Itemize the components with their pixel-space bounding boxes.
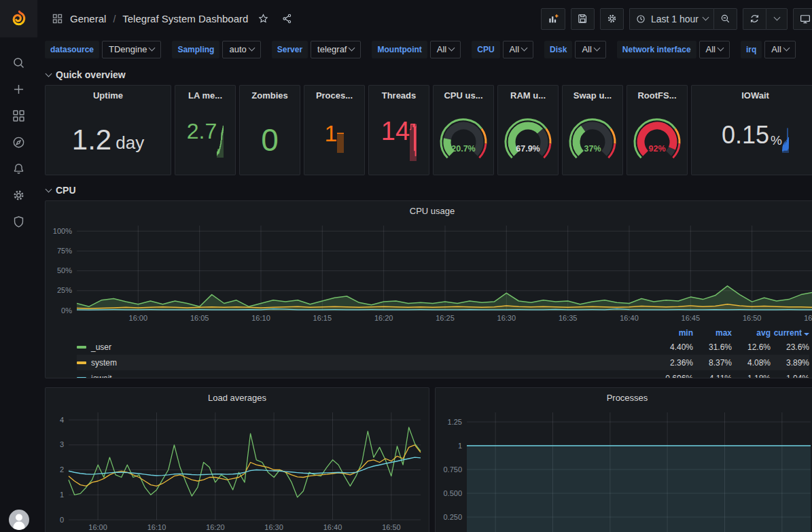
cycle-view-button[interactable] bbox=[793, 8, 812, 30]
breadcrumb: General / Telegraf System Dashboard bbox=[51, 10, 296, 27]
row-cpu[interactable]: CPU bbox=[46, 181, 812, 199]
breadcrumb-section[interactable]: General bbox=[70, 13, 106, 24]
variable-value-sampling[interactable]: auto bbox=[222, 41, 260, 58]
panel-title[interactable]: Uptime bbox=[46, 86, 171, 105]
svg-text:16:50: 16:50 bbox=[743, 314, 762, 322]
legend-sort-min[interactable]: min bbox=[654, 328, 693, 338]
dashboard-settings-button[interactable] bbox=[600, 8, 624, 30]
grafana-app: General / Telegraf System Dashboard bbox=[0, 0, 812, 532]
panel-title[interactable]: LA me... bbox=[175, 86, 235, 105]
variable-value-server[interactable]: telegraf bbox=[311, 41, 361, 58]
panel-swap-gauge: Swap u... 37% bbox=[562, 85, 623, 175]
variable-label-network-interface[interactable]: Network interface bbox=[617, 41, 696, 58]
variable-label-disk[interactable]: Disk bbox=[544, 41, 572, 58]
dashboards-icon[interactable] bbox=[12, 108, 27, 123]
panel-title[interactable]: RootFS... bbox=[627, 86, 687, 105]
panel-title[interactable]: Proces... bbox=[304, 86, 364, 105]
settings-icon[interactable] bbox=[12, 188, 27, 202]
svg-text:16:40: 16:40 bbox=[620, 314, 639, 322]
row-title: CPU bbox=[56, 185, 76, 196]
panel-title[interactable]: Swap u... bbox=[563, 86, 622, 105]
row-quick-overview[interactable]: Quick overview bbox=[46, 66, 812, 84]
add-panel-button[interactable] bbox=[541, 8, 565, 30]
variable-value-datasource[interactable]: TDengine bbox=[102, 41, 161, 58]
legend-series-toggle[interactable]: _user bbox=[77, 342, 654, 352]
variable-value-disk[interactable]: All bbox=[575, 41, 605, 58]
share-button[interactable] bbox=[279, 10, 296, 27]
variable-label-mountpoint[interactable]: Mountpoint bbox=[372, 41, 427, 58]
panel-cpu-gauge: CPU us... 20.7% bbox=[433, 85, 494, 175]
svg-text:92%: 92% bbox=[648, 143, 665, 153]
refresh-button[interactable] bbox=[743, 8, 766, 30]
explore-icon[interactable] bbox=[12, 135, 27, 149]
plus-icon[interactable] bbox=[12, 82, 27, 96]
legend-value: 4.11% bbox=[693, 374, 732, 378]
svg-text:100%: 100% bbox=[53, 227, 72, 235]
legend-series-toggle[interactable]: system bbox=[77, 358, 654, 368]
variable-value-network-interface[interactable]: All bbox=[699, 41, 730, 58]
variable-disk: DiskAll bbox=[544, 41, 606, 58]
svg-text:0%: 0% bbox=[61, 306, 72, 315]
alerting-icon[interactable] bbox=[12, 161, 27, 176]
legend-header-row: minmaxavgcurrent bbox=[77, 327, 809, 339]
legend-sort-avg[interactable]: avg bbox=[732, 328, 771, 338]
sidebar bbox=[0, 0, 37, 532]
variable-label-irq[interactable]: irq bbox=[741, 41, 762, 58]
svg-text:16:15: 16:15 bbox=[313, 314, 332, 322]
svg-text:20.7%: 20.7% bbox=[451, 143, 475, 153]
panel-iowait: IOWait 0.15 % bbox=[691, 85, 812, 175]
stat-value: 1 bbox=[325, 122, 338, 145]
variable-label-datasource[interactable]: datasource bbox=[45, 41, 99, 58]
legend-sort-max[interactable]: max bbox=[693, 328, 732, 338]
tv-icon bbox=[799, 13, 811, 25]
grafana-logo[interactable] bbox=[0, 0, 37, 37]
panel-rootfs-gauge: RootFS... 92% bbox=[626, 85, 688, 175]
user-avatar[interactable] bbox=[9, 510, 29, 530]
svg-text:16:35: 16:35 bbox=[559, 314, 578, 322]
svg-text:16:20: 16:20 bbox=[206, 523, 225, 531]
cpu-usage-chart[interactable]: 0%25%50%75%100%16:0016:0516:1016:1516:20… bbox=[46, 220, 812, 325]
search-icon[interactable] bbox=[12, 55, 27, 70]
star-button[interactable] bbox=[255, 10, 272, 27]
variable-label-sampling[interactable]: Sampling bbox=[172, 41, 219, 58]
save-dashboard-button[interactable] bbox=[571, 8, 595, 30]
legend-row-system: system2.36%8.37%4.08%3.89% bbox=[77, 355, 809, 370]
variable-value-mountpoint[interactable]: All bbox=[430, 41, 461, 58]
svg-text:0: 0 bbox=[60, 516, 64, 524]
variable-label-cpu[interactable]: CPU bbox=[472, 41, 499, 58]
zoom-out-button[interactable] bbox=[713, 8, 737, 30]
panel-add-icon bbox=[547, 13, 559, 25]
svg-text:67.9%: 67.9% bbox=[516, 143, 540, 153]
panel-title[interactable]: Load averages bbox=[46, 388, 429, 407]
panel-title[interactable]: IOWait bbox=[692, 86, 812, 105]
panel-title[interactable]: Zombies bbox=[240, 86, 300, 105]
svg-text:16:00: 16:00 bbox=[129, 314, 148, 322]
variable-value-irq[interactable]: All bbox=[764, 41, 795, 58]
variable-value-cpu[interactable]: All bbox=[503, 41, 533, 58]
sidebar-bottom bbox=[9, 510, 29, 532]
dashboard-header: General / Telegraf System Dashboard bbox=[37, 0, 812, 37]
panel-title[interactable]: RAM u... bbox=[498, 86, 558, 105]
variable-network-interface: Network interfaceAll bbox=[617, 41, 730, 58]
legend-sort-current[interactable]: current bbox=[771, 328, 809, 338]
processes-chart[interactable]: 1.2510.7500.5000.250 bbox=[436, 407, 812, 532]
refresh-interval-button[interactable] bbox=[766, 8, 788, 30]
chevron-down-icon bbox=[448, 45, 455, 52]
legend-series-toggle[interactable]: iowait bbox=[77, 374, 654, 378]
svg-text:16:20: 16:20 bbox=[374, 314, 393, 322]
load-averages-chart[interactable]: 0123416:0016:1016:2016:3016:4016:50 bbox=[46, 407, 429, 532]
panel-title[interactable]: CPU us... bbox=[434, 86, 493, 105]
breadcrumb-separator: / bbox=[113, 14, 116, 24]
panel-load-averages: Load averages 0123416:0016:1016:2016:301… bbox=[45, 387, 429, 532]
svg-text:16:00: 16:00 bbox=[88, 523, 107, 531]
la-sparkline bbox=[217, 122, 224, 158]
admin-shield-icon[interactable] bbox=[12, 214, 27, 229]
legend-value: 4.08% bbox=[732, 358, 771, 368]
panel-title[interactable]: Processes bbox=[436, 388, 812, 407]
variable-label-server[interactable]: Server bbox=[272, 41, 308, 58]
panel-title[interactable]: Threads bbox=[369, 86, 429, 105]
panel-title[interactable]: CPU usage bbox=[46, 201, 812, 220]
stat-value: 0 bbox=[261, 124, 279, 156]
ram-usage-gauge: 67.9% bbox=[499, 116, 557, 164]
time-range-button[interactable]: Last 1 hour bbox=[629, 8, 713, 30]
